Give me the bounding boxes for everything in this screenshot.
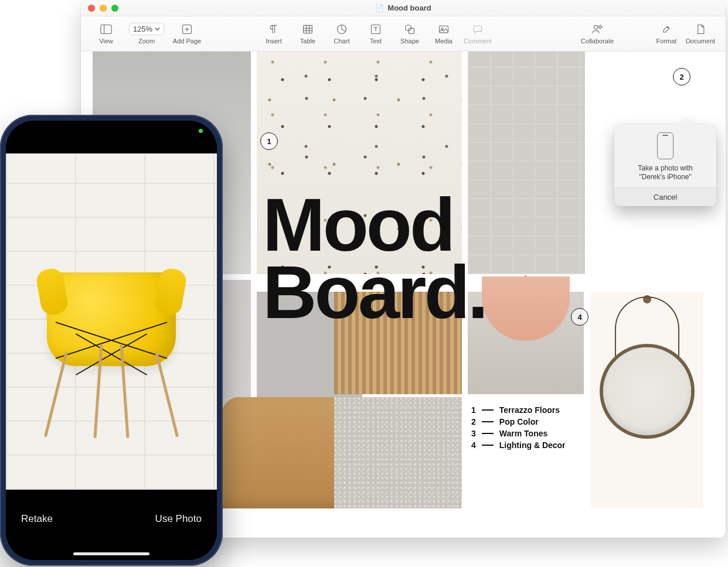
minimize-icon[interactable]	[100, 5, 107, 12]
add-page-label: Add Page	[173, 37, 201, 45]
table-icon	[301, 23, 314, 35]
format-icon	[660, 23, 673, 35]
page-title[interactable]: Mood Board.	[263, 191, 486, 326]
comment-label: Comment	[464, 37, 492, 45]
chart-icon	[335, 23, 348, 35]
svg-point-13	[406, 25, 411, 30]
iphone-outline-icon	[657, 132, 673, 159]
use-photo-button[interactable]: Use Photo	[155, 513, 202, 525]
pilcrow-icon	[267, 23, 280, 35]
document-button[interactable]: Document	[683, 19, 717, 49]
legend-row: 1Terrazzo Floors	[471, 405, 566, 415]
text-icon	[369, 23, 382, 35]
table-label: Table	[300, 37, 315, 45]
zoom-label: Zoom	[138, 37, 155, 45]
popover-text-1: Take a photo with	[638, 164, 692, 172]
add-page-icon	[181, 23, 193, 35]
format-label: Format	[656, 37, 677, 45]
insert-button[interactable]: Insert	[257, 19, 291, 49]
continuity-camera-popover: Take a photo with"Derek's iPhone" Cancel	[614, 124, 716, 206]
insert-label: Insert	[266, 37, 282, 45]
iphone-device: Retake Use Photo	[0, 115, 223, 566]
svg-point-15	[441, 28, 443, 29]
callout-badge-2[interactable]: 2	[673, 68, 690, 86]
view-button[interactable]: View	[89, 19, 123, 49]
text-label: Text	[370, 37, 382, 45]
window-controls	[88, 5, 118, 12]
zoom-value: 125%	[133, 25, 152, 33]
document-icon	[694, 23, 707, 35]
iphone-notch	[67, 121, 155, 137]
media-icon	[437, 23, 450, 35]
cancel-button[interactable]: Cancel	[614, 187, 716, 206]
home-indicator[interactable]	[73, 552, 149, 555]
shape-button[interactable]: Shape	[393, 19, 427, 49]
document-title-text: Mood board	[387, 4, 431, 12]
callout-badge-4[interactable]: 4	[571, 308, 588, 326]
view-label: View	[99, 37, 113, 45]
shape-icon	[403, 23, 416, 35]
popover-text-2: "Derek's iPhone"	[639, 173, 692, 181]
retake-button[interactable]: Retake	[21, 513, 53, 525]
camera-controls: Retake Use Photo	[6, 490, 217, 560]
legend[interactable]: 1Terrazzo Floors 2Pop Color 3Warm Tones …	[471, 403, 566, 452]
document-title: 📄 Mood board	[81, 4, 726, 12]
callout-badge-1[interactable]: 1	[260, 132, 278, 150]
chart-button[interactable]: Chart	[325, 19, 359, 49]
comment-button[interactable]: Comment	[461, 19, 495, 49]
svg-point-16	[594, 25, 598, 29]
add-page-button[interactable]: Add Page	[170, 19, 204, 49]
collaborate-icon	[591, 23, 604, 35]
media-button[interactable]: Media	[427, 19, 461, 49]
collaborate-label: Collaborate	[581, 37, 614, 45]
zoom-icon[interactable]	[111, 5, 118, 12]
collaborate-button[interactable]: Collaborate	[580, 19, 614, 49]
mood-image-rug[interactable]	[334, 397, 462, 508]
comment-icon	[471, 23, 484, 35]
shape-label: Shape	[400, 37, 419, 45]
legend-row: 4Lighting & Decor	[471, 440, 566, 450]
chart-label: Chart	[334, 37, 350, 45]
format-button[interactable]: Format	[649, 19, 683, 49]
svg-rect-5	[304, 25, 312, 33]
mood-image-round-mirror[interactable]	[591, 292, 703, 508]
close-icon[interactable]	[88, 5, 95, 12]
svg-rect-14	[440, 26, 448, 33]
zoom-control[interactable]: 125% Zoom	[123, 19, 170, 49]
legend-row: 2Pop Color	[471, 417, 566, 426]
svg-point-17	[599, 25, 601, 28]
table-button[interactable]: Table	[291, 19, 325, 49]
document-label: Document	[686, 37, 715, 45]
svg-rect-0	[101, 25, 111, 33]
media-label: Media	[435, 37, 453, 45]
chair-photo	[32, 245, 190, 438]
camera-active-indicator-icon	[199, 129, 203, 133]
document-proxy-icon: 📄	[375, 4, 384, 12]
sidebar-icon	[100, 23, 113, 35]
text-button[interactable]: Text	[359, 19, 393, 49]
svg-rect-12	[409, 28, 414, 33]
titlebar[interactable]: 📄 Mood board	[81, 0, 726, 16]
legend-row: 3Warm Tones	[471, 429, 566, 438]
camera-preview[interactable]	[6, 153, 217, 490]
toolbar: View 125% Zoom Add Page Insert Table Cha…	[81, 16, 726, 52]
